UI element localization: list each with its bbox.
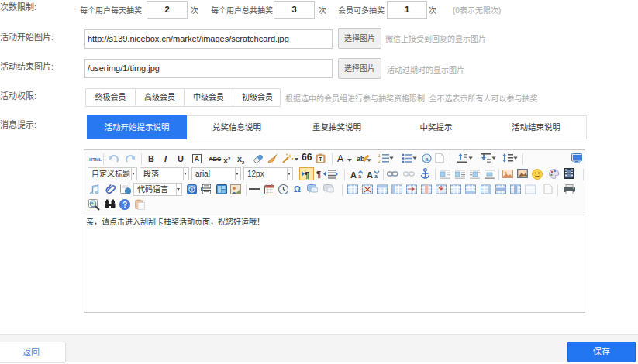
svg-text:a: a (425, 156, 429, 163)
svg-text:T: T (319, 156, 322, 162)
svg-text:1: 1 (378, 153, 381, 158)
svg-text:A: A (367, 170, 373, 179)
svg-text:?: ? (122, 201, 127, 209)
svg-text:A: A (350, 170, 357, 179)
svg-text:¶: ¶ (316, 170, 321, 179)
svg-text:a: a (358, 173, 361, 179)
svg-text:¶: ¶ (305, 170, 309, 180)
svg-text:a: a (374, 173, 378, 179)
svg-text:2: 2 (378, 159, 381, 163)
